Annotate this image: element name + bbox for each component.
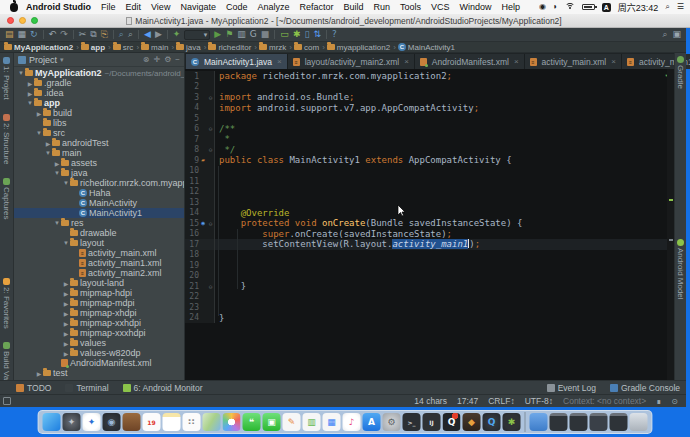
wifi-icon[interactable]	[565, 3, 575, 11]
tree-item-androidtest[interactable]: ▶androidTest	[14, 138, 184, 148]
close-tab-icon[interactable]: ×	[611, 57, 616, 66]
dock-app-reminders[interactable]: ∷	[183, 413, 201, 431]
tree-item-myapplication2[interactable]: ▼MyApplication2~/Documents/android_dev	[14, 68, 184, 78]
tool-window-button-gradle-console[interactable]: Gradle Console	[610, 383, 680, 393]
breadcrumb-main[interactable]: main›	[141, 43, 174, 52]
breadcrumb-richeditor[interactable]: richeditor›	[208, 43, 257, 52]
dock-app-contacts[interactable]	[123, 413, 141, 431]
code-line-14[interactable]: 14 @Override	[185, 208, 674, 219]
dock-app-calendar[interactable]: 19	[143, 413, 161, 431]
tree-item-assets[interactable]: ▶assets	[14, 158, 184, 168]
close-tab-icon[interactable]: ×	[514, 57, 519, 66]
close-tab-icon[interactable]: ×	[404, 57, 409, 66]
code-line-18[interactable]: 18	[185, 250, 674, 261]
code-line-12[interactable]: 12	[185, 187, 674, 198]
tree-item-libs[interactable]: libs	[14, 118, 184, 128]
code-line-5[interactable]: 5	[185, 113, 674, 124]
breadcrumb-com[interactable]: com›	[294, 43, 325, 52]
hide-panel-icon[interactable]: −	[175, 55, 180, 64]
dock-app-safari[interactable]: ✦	[83, 413, 101, 431]
chevron-collapsed-icon[interactable]: ▶	[62, 350, 70, 357]
editor-tab-layout-activity-main2-xml[interactable]: ≡layout/activity_main2.xml×	[288, 54, 415, 69]
tree-item-test[interactable]: ▶test	[14, 368, 184, 378]
dock-app-itunes[interactable]: ♪	[343, 413, 361, 431]
code-line-4[interactable]: 4import android.support.v7.app.AppCompat…	[185, 103, 674, 114]
chevron-expanded-icon[interactable]: ▼	[44, 150, 52, 156]
tree-item-mipmap-xxxhdpi[interactable]: ▶mipmap-xxxhdpi	[14, 328, 184, 338]
code-line-21[interactable]: 21⊖ }	[185, 281, 674, 292]
chevron-collapsed-icon[interactable]: ▶	[62, 330, 70, 337]
menu-item-refactor[interactable]: Refactor	[299, 2, 333, 12]
dock-app-maps[interactable]	[203, 413, 221, 431]
code-line-11[interactable]: 11	[185, 176, 674, 187]
class-marker-icon[interactable]: ▰	[199, 157, 207, 163]
dock-app-notes[interactable]	[163, 413, 181, 431]
menu-item-window[interactable]: Window	[460, 2, 492, 12]
dock-app-minimized-window[interactable]	[590, 413, 608, 431]
minimize-window-button[interactable]	[19, 17, 26, 24]
dock-app-downloads-folder[interactable]	[530, 413, 548, 431]
chevron-collapsed-icon[interactable]: ▶	[26, 80, 34, 87]
tree-item--idea[interactable]: ▶.idea	[14, 88, 184, 98]
dock-app-android-studio[interactable]: ✱	[503, 413, 521, 431]
settings-icon[interactable]: ⚙	[164, 55, 171, 64]
chevron-collapsed-icon[interactable]: ▶	[35, 110, 43, 117]
tree-item-app[interactable]: ▼app	[14, 98, 184, 108]
tool-stripe-1-project[interactable]: 1: Project	[2, 57, 11, 100]
open-icon[interactable]: ▤	[5, 30, 14, 39]
code-line-6[interactable]: 6⊖/**	[185, 124, 674, 135]
tool-window-button-event-log[interactable]: Event Log	[547, 383, 596, 393]
copy-icon[interactable]: ⧉	[90, 30, 96, 39]
undo-icon[interactable]: ↶	[49, 30, 57, 39]
chevron-collapsed-icon[interactable]: ▶	[62, 300, 70, 307]
tool-stripe-android-model[interactable]: Android Model	[676, 239, 685, 300]
help-icon[interactable]: ?	[332, 30, 337, 39]
forward-icon[interactable]: ▶	[155, 30, 162, 39]
code-line-7[interactable]: 7 *	[185, 134, 674, 145]
tree-item--gradle[interactable]: ▶.gradle	[14, 78, 184, 88]
override-marker-icon[interactable]: ◉	[199, 220, 207, 226]
spotlight-icon[interactable]: ⌕	[665, 3, 669, 11]
tool-window-button-6-android-monitor[interactable]: 6: Android Monitor	[123, 383, 203, 393]
dock-app-terminal[interactable]: >_	[403, 413, 421, 431]
attach-debugger-icon[interactable]: G	[250, 30, 257, 39]
fold-marker-icon[interactable]: ⊖	[207, 94, 214, 101]
chevron-collapsed-icon[interactable]: ▶	[62, 310, 70, 317]
dock-app-app-store[interactable]: A	[363, 413, 381, 431]
tree-item-activity-main1-xml[interactable]: ≡activity_main1.xml	[14, 258, 184, 268]
tool-stripe-gradle[interactable]: Gradle	[676, 56, 685, 89]
dock-app-photo-booth[interactable]: ◉	[103, 413, 121, 431]
chevron-collapsed-icon[interactable]: ▶	[35, 370, 43, 377]
code-line-3[interactable]: 3⊖import android.os.Bundle;	[185, 92, 674, 103]
tree-item-richeditor-mrzk-com-myapp[interactable]: ▼richeditor.mrzk.com.myapp	[14, 178, 184, 188]
chevron-down-icon[interactable]: ▾	[60, 56, 64, 64]
fold-marker-icon[interactable]: ⊖	[207, 283, 214, 290]
code-line-17[interactable]: 17 setContentView(R.layout.activity_main…	[185, 239, 674, 250]
locate-icon[interactable]: ✛	[153, 55, 160, 64]
dock-app-pages[interactable]: ✎	[283, 413, 301, 431]
gradle-sync-icon[interactable]: ⇅	[313, 30, 321, 39]
tree-item-layout-land[interactable]: ▶layout-land	[14, 278, 184, 288]
chevron-collapsed-icon[interactable]: ▶	[62, 280, 70, 287]
tree-item-mipmap-mdpi[interactable]: ▶mipmap-mdpi	[14, 298, 184, 308]
avd-manager-icon[interactable]: ▭	[280, 30, 289, 39]
tree-item-mainactivity1[interactable]: CMainActivity1	[14, 208, 184, 218]
menu-item-vcs[interactable]: VCS	[431, 2, 450, 12]
code-line-2[interactable]: 2	[185, 82, 674, 93]
code-line-8[interactable]: 8⊖ */	[185, 145, 674, 156]
run-config-icon[interactable]: ✦	[173, 30, 181, 39]
project-panel-title[interactable]: Project	[29, 55, 57, 65]
lock-icon[interactable]: ∎	[656, 397, 661, 406]
menu-item-run[interactable]: Run	[374, 2, 391, 12]
close-tab-icon[interactable]: ×	[277, 57, 282, 66]
editor-tab-mainactivity1-java[interactable]: CMainActivity1.java×	[186, 54, 288, 69]
record-icon[interactable]: ◉	[539, 3, 546, 11]
tool-stripe-2-structure[interactable]: 2: Structure	[2, 114, 11, 164]
tree-item-mipmap-xxhdpi[interactable]: ▶mipmap-xxhdpi	[14, 318, 184, 328]
code-line-13[interactable]: 13	[185, 197, 674, 208]
apple-menu-icon[interactable]	[10, 3, 18, 12]
menu-item-tools[interactable]: Tools	[400, 2, 421, 12]
paste-icon[interactable]: ⎘	[101, 30, 108, 39]
fold-marker-icon[interactable]: ⊖	[207, 146, 214, 153]
tool-window-toggle-icon[interactable]	[3, 397, 11, 405]
